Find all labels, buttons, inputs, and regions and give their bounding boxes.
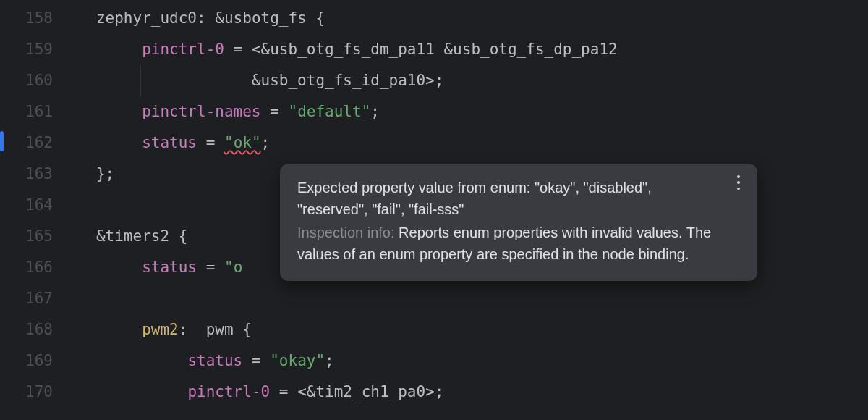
- code-editor[interactable]: 158 159 160 161 162 163 164 165 166 167 …: [0, 0, 868, 420]
- line-number: 163: [0, 159, 53, 190]
- line-number: 159: [0, 34, 53, 65]
- tooltip-message: Expected property value from enum: "okay…: [297, 177, 718, 220]
- property-name: pinctrl-0: [142, 41, 224, 58]
- line-number: 160: [0, 65, 53, 96]
- string-literal: "okay": [270, 352, 325, 369]
- node-ref: &usbotg_fs: [215, 9, 306, 27]
- property-name: pinctrl-0: [187, 383, 270, 400]
- phandle-ref: &tim2_ch1_pa0: [307, 383, 425, 400]
- line-number: 165: [0, 221, 53, 252]
- line-number: 164: [0, 190, 53, 221]
- code-line[interactable]: status = "ok";: [69, 127, 868, 159]
- code-line[interactable]: &usb_otg_fs_id_pa10>;: [69, 65, 868, 96]
- code-line[interactable]: [69, 283, 868, 314]
- line-number: 158: [0, 3, 53, 34]
- property-name: status: [142, 259, 197, 276]
- line-number: 169: [0, 345, 53, 377]
- string-literal-error[interactable]: "ok": [224, 134, 261, 151]
- code-line[interactable]: status = "okay";: [69, 345, 868, 377]
- string-literal: "o: [224, 259, 242, 276]
- phandle-ref: &usb_otg_fs_dm_pa11: [261, 41, 435, 58]
- line-number: 166: [0, 252, 53, 283]
- caret-line-marker: [0, 131, 4, 151]
- node-label: zephyr_udc0: [96, 9, 197, 27]
- line-number: 161: [0, 96, 53, 127]
- more-actions-icon[interactable]: [731, 174, 746, 191]
- string-literal: "default": [289, 103, 371, 120]
- phandle-ref: &usb_otg_fs_dp_pa12: [443, 41, 617, 58]
- code-area[interactable]: zephyr_udc0: &usbotg_fs { pinctrl-0 = <&…: [69, 0, 868, 420]
- line-number: 170: [0, 377, 53, 408]
- phandle-ref: &usb_otg_fs_id_pa10: [252, 72, 425, 89]
- node-name: pwm: [206, 321, 234, 338]
- code-line[interactable]: pinctrl-names = "default";: [69, 96, 868, 127]
- node-ref: &timers2: [96, 227, 169, 245]
- gutter: 158 159 160 161 162 163 164 165 166 167 …: [0, 0, 69, 420]
- property-name: status: [187, 352, 242, 369]
- node-label: pwm2: [142, 321, 179, 338]
- line-number: 162: [0, 127, 53, 159]
- inspection-tooltip[interactable]: Expected property value from enum: "okay…: [280, 164, 757, 281]
- tooltip-info-label: Inspection info:: [297, 224, 399, 240]
- code-line[interactable]: zephyr_udc0: &usbotg_fs {: [69, 3, 868, 34]
- property-name: pinctrl-names: [142, 103, 260, 120]
- code-line[interactable]: pwm2: pwm {: [69, 314, 868, 345]
- line-number: 168: [0, 314, 53, 345]
- code-line[interactable]: pinctrl-0 = <&tim2_ch1_pa0>;: [69, 377, 868, 408]
- line-number: 167: [0, 283, 53, 314]
- property-name: status: [142, 134, 197, 151]
- code-line[interactable]: pinctrl-0 = <&usb_otg_fs_dm_pa11 &usb_ot…: [69, 34, 868, 65]
